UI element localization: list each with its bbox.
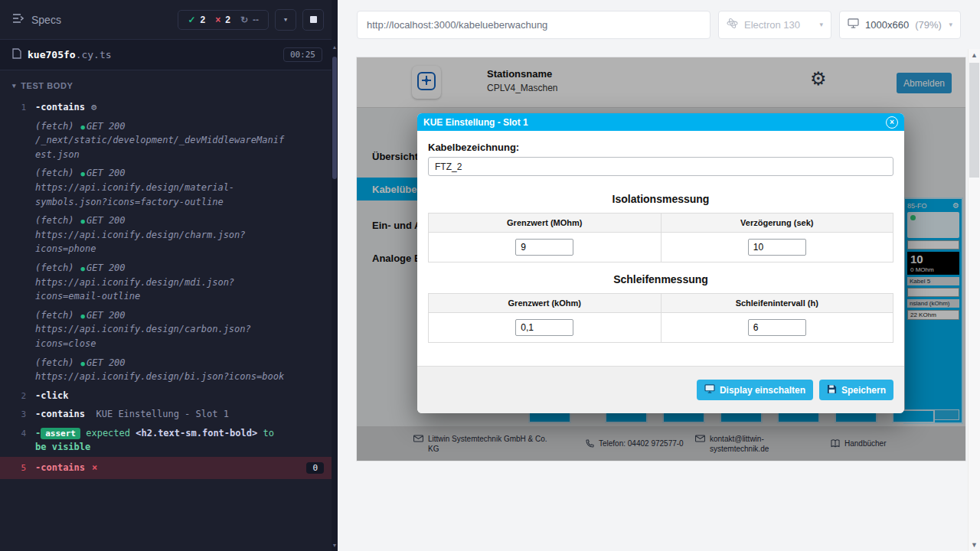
modal-header: KUE Einstellung - Slot 1 × [417, 113, 904, 131]
test-step-click[interactable]: 2 -click [0, 386, 332, 406]
test-step-assert[interactable]: 4 -assert expected <h2.text-sm.font-bold… [0, 424, 332, 457]
app-under-test: Stationsname CPLV4_Maschen ⚙ Abmelden Üb… [357, 57, 965, 461]
display-icon [704, 384, 715, 396]
line-number: 2 [0, 389, 35, 403]
electron-icon [727, 18, 738, 31]
save-floppy-icon [827, 384, 837, 396]
status-dot-icon: ● [81, 360, 85, 367]
column-header: Verzögerung (sek) [661, 214, 893, 233]
stop-button[interactable] [302, 9, 324, 31]
display-on-button[interactable]: Display einschalten [697, 380, 813, 400]
network-log-mdi[interactable]: (fetch)●GET 200 https://api.iconify.desi… [0, 259, 332, 306]
match-count-badge: 0 [306, 462, 324, 474]
viewport-icon [848, 18, 859, 31]
network-log-bi[interactable]: (fetch)●GET 200 https://api.iconify.desi… [0, 354, 332, 386]
status-dot-icon: ● [81, 265, 85, 272]
gear-icon: ⚙ [91, 102, 96, 112]
isolation-section-title: Isolationsmessung [428, 193, 893, 205]
refresh-icon: ↻ [240, 15, 248, 25]
column-header: Schleifenintervall (h) [661, 294, 893, 313]
line-number: 4 [0, 426, 35, 455]
save-button[interactable]: Speichern [819, 380, 893, 400]
modal-title: KUE Einstellung - Slot 1 [423, 117, 528, 128]
stat-passed: ✓ 2 [188, 15, 205, 25]
cable-name-label: Kabelbezeichnung: [428, 142, 893, 153]
screen: Specs ✓ 2 × 2 ↻ -- ▾ [0, 0, 980, 551]
modal-body: Kabelbezeichnung: Isolationsmessung Gren… [417, 131, 904, 366]
spec-name: kue705fo.cy.ts [28, 49, 112, 60]
line-number: 1 [0, 100, 35, 115]
cross-icon: × [215, 15, 220, 25]
stop-icon [310, 16, 317, 23]
test-step-contains-2[interactable]: 3 -contains KUE Einstellung - Slot 1 [0, 405, 332, 424]
specs-label[interactable]: Specs [31, 14, 61, 26]
assert-badge: assert [41, 428, 80, 439]
request-url: https://api.iconify.design/charm.json?ic… [35, 228, 289, 256]
status-dot-icon: ● [81, 170, 85, 178]
spec-timer: 00:25 [283, 47, 322, 62]
scrollbar-thumb[interactable] [332, 57, 337, 179]
contains-arg: KUE Einstellung - Slot 1 [96, 409, 228, 419]
chevron-down-icon: ▾ [949, 21, 952, 28]
request-url: https://api.iconify.design/mdi.json?icon… [35, 276, 289, 304]
specs-menu-icon[interactable] [12, 12, 24, 27]
test-step-contains-1[interactable]: 1 -contains⚙ [0, 98, 332, 117]
fail-x-icon: × [92, 462, 97, 473]
isolation-delay-input[interactable] [748, 239, 806, 256]
request-url: https://api.iconify.design/material-symb… [35, 181, 289, 209]
scrollbar-thumb[interactable] [969, 63, 979, 178]
kue-settings-modal: KUE Einstellung - Slot 1 × Kabelbezeichn… [417, 113, 904, 413]
network-log-material-symbols[interactable]: (fetch)●GET 200 https://api.iconify.desi… [0, 164, 332, 211]
spec-file-row[interactable]: kue705fo.cy.ts 00:25 [0, 40, 332, 70]
close-icon[interactable]: × [886, 116, 898, 129]
test-step-contains-failed[interactable]: 5 -contains× 0 [0, 457, 332, 479]
network-log-devmanifest[interactable]: (fetch)●GET 200 /_next/static/developmen… [0, 117, 332, 165]
chevron-down-icon: ▾ [819, 21, 823, 28]
isolation-table: Grenzwert (MOhm) Verzögerung (sek) [428, 213, 893, 262]
command-log: 1 -contains⚙ (fetch)●GET 200 /_next/stat… [0, 98, 332, 479]
cypress-reporter: Specs ✓ 2 × 2 ↻ -- ▾ [0, 0, 332, 551]
collapse-button[interactable]: ▾ [275, 9, 296, 31]
loop-table: Grenzwert (kOhm) Schleifenintervall (h) [428, 293, 893, 343]
line-number: 3 [0, 407, 35, 422]
url-input[interactable] [357, 11, 710, 39]
isolation-limit-input[interactable] [515, 239, 573, 256]
reporter-header: Specs ✓ 2 × 2 ↻ -- ▾ [0, 0, 332, 40]
aut-toolbar: Electron 130 ▾ 1000x660 (79%) ▾ [338, 0, 968, 49]
aut-pane: Electron 130 ▾ 1000x660 (79%) ▾ [338, 0, 968, 551]
zoom-level: (79%) [915, 19, 942, 31]
loop-interval-input[interactable] [748, 319, 806, 336]
network-log-charm[interactable]: (fetch)●GET 200 https://api.iconify.desi… [0, 211, 332, 259]
scroll-down-icon[interactable]: ▼ [332, 543, 338, 548]
browser-select[interactable]: Electron 130 ▾ [718, 11, 831, 39]
check-icon: ✓ [188, 15, 195, 25]
reporter-scrollbar[interactable]: ▲ ▼ [332, 0, 338, 551]
test-stats: ✓ 2 × 2 ↻ -- [178, 10, 269, 30]
spec-file-icon [12, 47, 21, 62]
cable-name-input[interactable] [428, 157, 893, 176]
viewport-select[interactable]: 1000x660 (79%) ▾ [839, 11, 961, 39]
network-log-carbon[interactable]: (fetch)●GET 200 https://api.iconify.desi… [0, 306, 332, 354]
stat-pending: ↻ -- [240, 15, 259, 25]
request-url: /_next/static/development/_devMiddleware… [35, 133, 289, 161]
modal-footer: Display einschalten Speichern [417, 366, 904, 413]
request-url: https://api.iconify.design/bi.json?icons… [35, 370, 289, 384]
status-dot-icon: ● [81, 312, 85, 320]
test-body-toggle[interactable]: ▾ TEST BODY [0, 70, 332, 96]
column-header: Grenzwert (MOhm) [429, 214, 662, 233]
chevron-down-icon: ▾ [283, 15, 289, 24]
request-url: https://api.iconify.design/carbon.json?i… [35, 322, 289, 350]
column-header: Grenzwert (kOhm) [429, 294, 662, 313]
scroll-up-icon[interactable]: ▲ [969, 51, 980, 59]
status-dot-icon: ● [81, 123, 85, 131]
loop-section-title: Schleifenmessung [428, 273, 893, 285]
page-scrollbar[interactable]: ▲ ▼ [968, 0, 980, 551]
scroll-up-icon[interactable]: ▲ [332, 44, 338, 50]
scroll-down-icon[interactable]: ▼ [969, 541, 980, 549]
assert-selector: <h2.text-sm.font-bold> [136, 428, 257, 439]
caret-down-icon: ▾ [12, 82, 16, 90]
aut-container: Stationsname CPLV4_Maschen ⚙ Abmelden Üb… [338, 49, 968, 461]
loop-limit-input[interactable] [515, 319, 573, 336]
status-dot-icon: ● [81, 217, 85, 225]
line-number: 5 [0, 461, 35, 475]
